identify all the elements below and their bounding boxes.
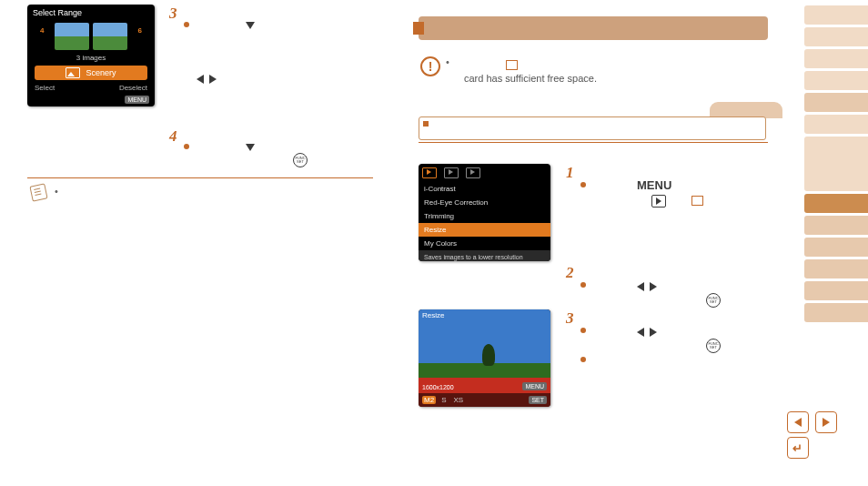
step3-bullet (184, 22, 189, 27)
divider (27, 177, 373, 178)
side-tab[interactable] (804, 137, 868, 191)
r-step3-bullet2 (580, 357, 586, 362)
heading-bar (419, 16, 768, 40)
lcd3-size-row: M2 S XS SET (419, 393, 550, 407)
page: Select Range 4 6 3 images Scenery Select… (0, 0, 868, 486)
menu-item: My Colors (419, 237, 550, 250)
lcd-menu: i-Contrast Red-Eye Correction Trimming R… (419, 164, 550, 261)
heading-marker (413, 22, 424, 35)
side-tab[interactable] (804, 303, 868, 322)
warn-text: card has sufficient free space. (464, 73, 597, 84)
book-icon (506, 60, 518, 70)
side-tab[interactable] (804, 71, 868, 90)
side-tabs (804, 5, 868, 325)
r-step2-bullet (580, 282, 586, 288)
menu-button-label: MENU (637, 178, 671, 192)
func-set-icon (706, 293, 721, 308)
book-icon (691, 196, 703, 206)
step4-number: 4 (169, 127, 177, 146)
lcd1-num-left: 4 (40, 26, 44, 35)
lcd1-thumbs (27, 21, 155, 52)
menu-item: i-Contrast (419, 182, 550, 196)
sub-heading-bar (419, 116, 766, 140)
lcd-select-range: Select Range 4 6 3 images Scenery Select… (27, 5, 155, 106)
lcd3-set-badge: SET (529, 396, 547, 404)
lcd2-tabs (419, 164, 550, 182)
prev-page-button[interactable] (787, 411, 809, 433)
func-set-icon (706, 339, 721, 353)
menu-item: Trimming (419, 209, 550, 223)
menu-item: Red-Eye Correction (419, 196, 550, 209)
lcd1-menu-badge: MENU (125, 96, 149, 104)
menu-item-selected: Resize (419, 223, 550, 237)
size-s: S (439, 396, 448, 404)
lcd1-thumb (93, 23, 127, 50)
lcd1-title: Select Range (27, 5, 155, 21)
section-heading-block (419, 16, 768, 40)
step3-number: 3 (169, 5, 177, 23)
warning-icon (420, 56, 440, 76)
divider (419, 142, 768, 143)
play-mode-icon (651, 195, 666, 208)
lcd-resize: Resize 1600x1200 MENU M2 S XS SET (419, 309, 550, 407)
print-tab-icon (444, 167, 459, 178)
lcd1-deselect: Deselect (119, 84, 147, 92)
sub-marker (423, 121, 429, 127)
side-tab[interactable] (804, 5, 868, 25)
side-tab[interactable] (804, 281, 868, 300)
r-step1-bullet (580, 182, 586, 187)
triangle-right-icon (650, 282, 657, 291)
triangle-down-icon (246, 22, 255, 29)
scenery-label: Scenery (86, 68, 116, 77)
lcd3-title: Resize (419, 309, 448, 321)
lcd3-tree (482, 344, 495, 366)
scenery-icon (66, 67, 80, 78)
size-m2: M2 (422, 396, 436, 404)
page-nav: ↵ (787, 411, 841, 459)
return-button[interactable]: ↵ (787, 437, 809, 459)
side-tab[interactable] (804, 27, 868, 46)
r-step2-number: 2 (566, 264, 574, 282)
lcd1-thumb (55, 23, 89, 50)
side-tab[interactable] (804, 238, 868, 257)
chevron-right-icon (823, 418, 830, 427)
pencil-note-icon (29, 183, 47, 201)
r-step1-number: 1 (566, 164, 574, 182)
side-tab[interactable] (804, 259, 868, 278)
lcd3-resolution: 1600x1200 (422, 384, 454, 390)
warn-bullet: • (446, 56, 449, 67)
step4-bullet (184, 144, 189, 149)
r-step3-number: 3 (566, 309, 574, 328)
lcd1-bottom: Select Deselect (27, 80, 155, 96)
side-tab[interactable] (804, 93, 868, 112)
size-xs: XS (451, 396, 465, 404)
note-bullet: • (55, 186, 58, 197)
side-tab[interactable] (804, 49, 868, 68)
r-step3-bullet (580, 328, 586, 333)
play-tab-icon (422, 167, 437, 178)
menu-desc: Saves images to a lower resolution (419, 250, 550, 261)
lcd1-num-right: 6 (138, 26, 142, 35)
lcd1-select: Select (35, 84, 55, 92)
triangle-right-icon (650, 328, 657, 337)
triangle-down-icon (246, 144, 255, 151)
triangle-right-icon (209, 75, 217, 84)
triangle-left-icon (197, 75, 204, 84)
chevron-left-icon (794, 418, 802, 427)
side-tab[interactable] (804, 115, 868, 134)
triangle-left-icon (637, 328, 644, 337)
lcd3-menu-badge: MENU (522, 382, 547, 390)
return-icon: ↵ (792, 441, 802, 455)
side-tab[interactable] (804, 216, 868, 235)
side-tab-active[interactable] (804, 194, 868, 213)
lcd1-count: 3 images (27, 54, 155, 62)
triangle-left-icon (637, 282, 644, 291)
lcd1-scenery-tag: Scenery (35, 66, 147, 80)
setup-tab-icon (466, 167, 480, 178)
next-page-button[interactable] (815, 411, 837, 433)
func-set-icon (293, 153, 308, 167)
